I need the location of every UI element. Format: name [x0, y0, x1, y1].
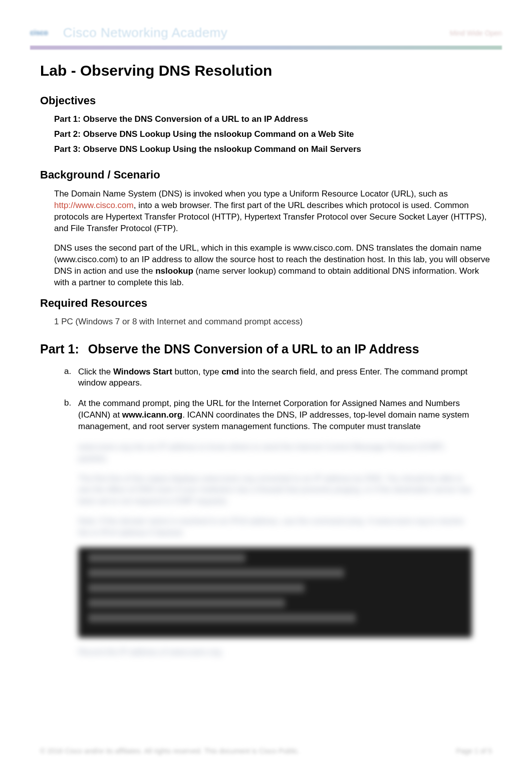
footer-page-number: Page 1 of 5 — [456, 747, 492, 755]
header-tagline: Mind Wide Open — [450, 29, 502, 37]
bold-text: Windows Start — [113, 367, 172, 376]
bold-text: www.icann.org — [122, 410, 182, 420]
objectives-list: Part 1: Observe the DNS Conversion of a … — [30, 114, 502, 154]
bold-text: cmd — [221, 367, 239, 376]
objective-item: Part 3: Observe DNS Lookup Using the nsl… — [54, 144, 502, 154]
footer-copyright: © 2016 Cisco and/or its affiliates. All … — [40, 747, 300, 755]
step-marker: a. — [64, 366, 78, 389]
step-content: Click the Windows Start button, type cmd… — [78, 366, 492, 389]
text-span: button, type — [172, 367, 221, 376]
text-span: The Domain Name System (DNS) is invoked … — [54, 189, 448, 199]
nslookup-bold: nslookup — [155, 266, 193, 276]
part1-prefix: Part 1: — [40, 342, 79, 356]
part1-heading: Part 1:Observe the DNS Conversion of a U… — [30, 342, 502, 356]
blurred-terminal-screenshot — [78, 547, 472, 638]
blurred-caption: Record the IP address of www.icann.org. — [78, 648, 472, 657]
blurred-content-region: www.icann.org into an IP address to know… — [30, 442, 502, 657]
text-span: Click the — [78, 367, 113, 376]
academy-title: Cisco Networking Academy — [63, 25, 227, 41]
step-content: At the command prompt, ping the URL for … — [78, 398, 492, 433]
objective-item: Part 1: Observe the DNS Conversion of a … — [54, 114, 502, 124]
step-b: b. At the command prompt, ping the URL f… — [64, 398, 492, 433]
cisco-logo: cisco — [30, 29, 48, 37]
blurred-paragraph: www.icann.org into an IP address to know… — [78, 442, 472, 464]
logo-text: cisco — [30, 29, 48, 37]
part1-steps: a. Click the Windows Start button, type … — [30, 366, 502, 433]
page-title: Lab - Observing DNS Resolution — [30, 62, 502, 79]
cisco-url-link[interactable]: http://www.cisco.com — [54, 201, 134, 210]
background-para-1: The Domain Name System (DNS) is invoked … — [30, 188, 502, 235]
background-heading: Background / Scenario — [30, 168, 502, 181]
blurred-paragraph: The first line of the output displays ww… — [78, 473, 472, 507]
objectives-heading: Objectives — [30, 94, 502, 107]
page-footer: © 2016 Cisco and/or its affiliates. All … — [30, 747, 502, 755]
step-a: a. Click the Windows Start button, type … — [64, 366, 492, 389]
part1-title: Observe the DNS Conversion of a URL to a… — [88, 342, 419, 356]
objective-item: Part 2: Observe DNS Lookup Using the nsl… — [54, 129, 502, 139]
resources-heading: Required Resources — [30, 297, 502, 310]
step-marker: b. — [64, 398, 78, 433]
blurred-paragraph: Note: If the domain name is resolved to … — [78, 516, 472, 538]
background-para-2: DNS uses the second part of the URL, whi… — [30, 243, 502, 289]
document-header: cisco Cisco Networking Academy Mind Wide… — [30, 20, 502, 41]
header-divider — [30, 46, 502, 50]
resource-item: 1 PC (Windows 7 or 8 with Internet and c… — [30, 317, 502, 327]
